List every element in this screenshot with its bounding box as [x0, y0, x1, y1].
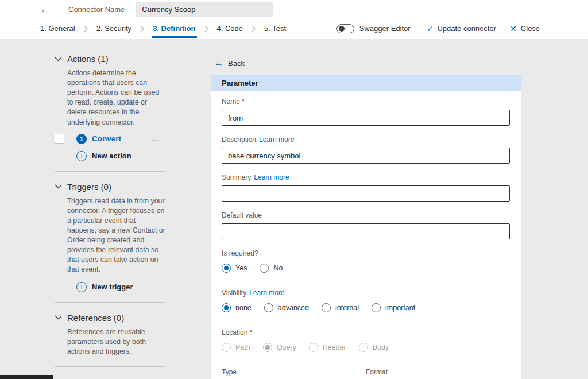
required-asterisk: *	[249, 328, 252, 337]
tab-general[interactable]: 1. General	[39, 19, 76, 38]
learn-more-link[interactable]: Learn more	[254, 173, 289, 181]
sidebar-divider	[55, 302, 165, 303]
default-value-input[interactable]	[222, 223, 510, 239]
radio-yes[interactable]: Yes	[222, 264, 247, 273]
visibility-field: VisibilityLearn more none advanced inter…	[222, 289, 511, 312]
action-item-convert: 1 Convert ...	[55, 134, 165, 144]
sidebar-section-actions[interactable]: Actions (1)	[55, 54, 165, 64]
section-title: References (0)	[67, 313, 124, 323]
new-trigger-label: New trigger	[92, 283, 133, 291]
sidebar-divider	[55, 171, 165, 172]
navbar-actions: Swagger Editor ✓ Update connector ✕ Clos…	[336, 19, 588, 38]
plus-circle-icon: +	[76, 151, 87, 161]
chevron-down-icon	[55, 315, 62, 320]
back-arrow-icon[interactable]: ←	[40, 5, 50, 14]
radio-internal[interactable]: internal	[322, 303, 359, 312]
chevron-right-icon	[204, 19, 208, 38]
wizard-tabs: 1. General 2. Security 3. Definition 4. …	[39, 19, 287, 38]
connector-name-input[interactable]	[136, 2, 273, 17]
radio-none[interactable]: none	[222, 303, 252, 312]
description-input[interactable]	[222, 148, 510, 164]
action-checkbox[interactable]	[55, 134, 64, 144]
section-title: Triggers (0)	[67, 182, 111, 192]
wizard-navbar: 1. General 2. Security 3. Definition 4. …	[0, 19, 588, 38]
chevron-down-icon	[55, 57, 62, 61]
radio-no[interactable]: No	[260, 264, 283, 273]
summary-input[interactable]	[222, 185, 510, 202]
radio-selected-icon	[222, 264, 231, 273]
back-arrow-icon: ←	[214, 59, 223, 68]
required-asterisk: *	[242, 98, 245, 106]
update-connector-label: Update connector	[437, 24, 496, 33]
action-convert-link[interactable]: Convert	[92, 134, 121, 143]
radio-disabled-icon	[222, 343, 231, 352]
bottom-corner-bar	[0, 375, 53, 379]
chevron-right-icon	[252, 19, 256, 38]
learn-more-link[interactable]: Learn more	[249, 289, 284, 297]
is-required-label: Is required?	[222, 249, 511, 257]
name-label: Name*	[222, 98, 511, 106]
radio-selected-icon	[222, 303, 231, 312]
content-area: Actions (1) Actions determine the operat…	[0, 39, 588, 379]
radio-query: Query	[263, 343, 296, 352]
tab-definition[interactable]: 3. Definition	[152, 19, 196, 38]
back-link[interactable]: ← Back	[214, 59, 521, 68]
name-input[interactable]	[222, 110, 510, 126]
radio-unselected-icon	[372, 303, 381, 312]
swagger-editor-toggle[interactable]	[336, 24, 354, 33]
is-required-options: Yes No	[222, 264, 511, 273]
type-format-row: Type Format	[222, 368, 511, 376]
chevron-right-icon	[140, 19, 144, 38]
radio-advanced[interactable]: advanced	[264, 303, 309, 312]
close-icon: ✕	[510, 24, 517, 33]
radio-path: Path	[222, 343, 250, 352]
radio-important[interactable]: important	[372, 303, 415, 312]
parameter-panel: ← Back Parameter Name* DescriptionLearn …	[211, 39, 521, 379]
parameter-form: Name* DescriptionLearn more SummaryLearn…	[211, 91, 521, 379]
sidebar-section-references[interactable]: References (0)	[55, 313, 165, 323]
radio-unselected-icon	[264, 303, 273, 312]
type-label: Type	[222, 368, 366, 376]
summary-label: SummaryLearn more	[222, 173, 511, 181]
parameter-header: Parameter	[211, 75, 521, 91]
swagger-editor-label: Swagger Editor	[359, 24, 411, 33]
new-action-button[interactable]: + New action	[76, 151, 165, 161]
more-options-icon[interactable]: ...	[151, 134, 159, 143]
radio-selected-disabled-icon	[263, 343, 272, 352]
location-options: Path Query Header Body	[222, 343, 511, 352]
connector-name-label: Connector Name	[68, 5, 125, 14]
chevron-down-icon	[55, 184, 62, 189]
sidebar: Actions (1) Actions determine the operat…	[55, 54, 165, 379]
update-connector-button[interactable]: ✓ Update connector	[427, 24, 496, 33]
learn-more-link[interactable]: Learn more	[259, 136, 294, 144]
tab-test[interactable]: 5. Test	[263, 19, 287, 38]
tab-code[interactable]: 4. Code	[216, 19, 245, 38]
sidebar-divider	[55, 366, 165, 367]
radio-disabled-icon	[309, 343, 318, 352]
radio-header: Header	[309, 343, 346, 352]
chevron-right-icon	[84, 19, 88, 38]
action-count-badge: 1	[76, 134, 87, 144]
section-description: Actions determine the operations that us…	[67, 68, 166, 127]
description-field: DescriptionLearn more	[222, 136, 511, 164]
section-title: Actions (1)	[67, 54, 109, 64]
default-value-field: Default value	[222, 211, 511, 239]
radio-body: Body	[359, 343, 389, 352]
format-label: Format	[366, 368, 510, 376]
name-field: Name*	[222, 98, 511, 126]
close-label: Close	[521, 24, 540, 33]
checkmark-icon: ✓	[427, 24, 434, 33]
new-trigger-button[interactable]: + New trigger	[76, 282, 165, 292]
is-required-field: Is required? Yes No	[222, 249, 511, 273]
top-bar: ← Connector Name	[0, 0, 588, 19]
visibility-label: VisibilityLearn more	[222, 289, 511, 297]
back-label: Back	[228, 59, 245, 68]
tab-security[interactable]: 2. Security	[95, 19, 133, 38]
plus-circle-icon: +	[76, 282, 87, 292]
default-value-label: Default value	[222, 211, 511, 219]
summary-field: SummaryLearn more	[222, 173, 511, 202]
close-button[interactable]: ✕ Close	[510, 24, 540, 33]
sidebar-section-triggers[interactable]: Triggers (0)	[55, 182, 165, 192]
radio-unselected-icon	[260, 264, 269, 273]
radio-disabled-icon	[359, 343, 368, 352]
